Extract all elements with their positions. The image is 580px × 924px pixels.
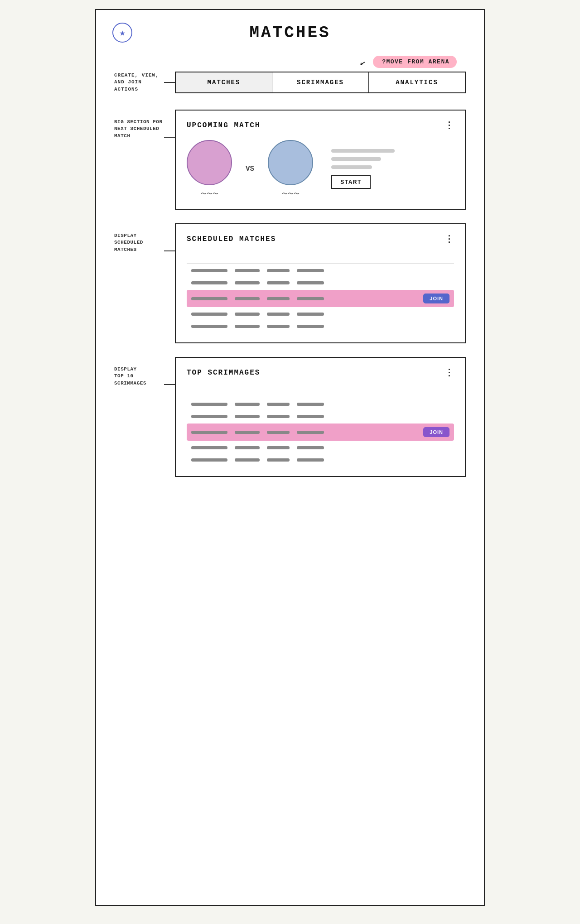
scheduled-rows: JOIN — [187, 265, 454, 332]
team2-section: 〜〜〜 — [268, 140, 313, 198]
table-row-highlighted: JOIN — [187, 290, 454, 307]
cell — [267, 446, 290, 449]
cell — [267, 297, 290, 300]
callout-area: ↙ MOVE FROM ARENA — [114, 56, 457, 68]
team2-name: 〜〜〜 — [282, 190, 300, 198]
upcoming-label: BIG SECTION FORNEXT SCHEDULEDMATCH — [114, 110, 164, 140]
cell — [297, 325, 324, 328]
table-row — [187, 399, 454, 409]
scheduled-card: SCHEDULED MATCHES ⋮ — [175, 223, 466, 343]
cell — [297, 458, 324, 462]
cell — [267, 403, 290, 406]
tab-matches[interactable]: MATCHES — [176, 72, 272, 92]
team1-avatar — [187, 140, 232, 185]
table-row — [187, 278, 454, 288]
cell — [267, 415, 290, 418]
cell — [267, 269, 290, 272]
vs-label: VS — [246, 165, 254, 173]
page-container: ★ MATCHES ↙ MOVE FROM ARENA CREATE, VIEW… — [95, 9, 485, 906]
cell — [267, 325, 290, 328]
cell — [191, 403, 227, 406]
table-row — [187, 455, 454, 465]
connector2 — [164, 223, 175, 251]
table-row — [187, 309, 454, 319]
nav-section: CREATE, VIEW,AND JOIN ACTIONS MATCHES SC… — [114, 72, 466, 93]
cell — [235, 415, 260, 418]
cell — [297, 431, 324, 434]
nav-label: CREATE, VIEW,AND JOIN ACTIONS — [114, 72, 164, 93]
join-button[interactable]: JOIN — [423, 294, 450, 303]
upcoming-match-section: BIG SECTION FORNEXT SCHEDULEDMATCH UPCOM… — [114, 110, 466, 210]
upcoming-more-icon[interactable]: ⋮ — [445, 120, 454, 131]
cell — [297, 297, 324, 300]
cell — [191, 281, 227, 284]
cell — [191, 325, 227, 328]
team1-section: 〜〜〜 — [187, 140, 232, 198]
match-content: 〜〜〜 VS 〜〜〜 START — [187, 140, 454, 198]
cell — [235, 431, 260, 434]
match-info: START — [322, 149, 454, 189]
cell — [297, 415, 324, 418]
team1-name: 〜〜〜 — [201, 190, 218, 198]
table-row — [187, 411, 454, 422]
cell — [235, 458, 260, 462]
nav-tabs: MATCHES SCRIMMAGES ANALYTICS — [175, 72, 466, 93]
cell — [235, 403, 260, 406]
cell — [191, 269, 227, 272]
scheduled-header-row — [187, 254, 454, 264]
start-button[interactable]: START — [331, 175, 371, 189]
scrimmages-card: TOP SCRIMMAGES ⋮ — [175, 357, 466, 477]
scrimmages-header-row — [187, 387, 454, 397]
match-info-line1 — [331, 149, 395, 153]
callout-arrow-icon: ↙ — [359, 56, 367, 68]
cell — [235, 325, 260, 328]
scheduled-header: SCHEDULED MATCHES ⋮ — [187, 233, 454, 245]
cell — [191, 446, 227, 449]
callout-bubble: MOVE FROM ARENA — [373, 56, 457, 68]
scrimmages-header: TOP SCRIMMAGES ⋮ — [187, 367, 454, 378]
join-button-purple[interactable]: JOIN — [423, 427, 450, 437]
table-row — [187, 443, 454, 453]
cell — [235, 313, 260, 316]
table-row-highlighted: JOIN — [187, 424, 454, 441]
upcoming-header: UPCOMING MATCH ⋮ — [187, 120, 454, 131]
scrimmages-rows: JOIN — [187, 399, 454, 465]
tab-scrimmages[interactable]: SCRIMMAGES — [272, 72, 369, 92]
top-scrimmages-section: DISPLAYTOP 10SCRIMMAGES TOP SCRIMMAGES ⋮ — [114, 357, 466, 477]
scheduled-label: DISPLAYSCHEDULEDMATCHES — [114, 223, 164, 253]
cell — [191, 415, 227, 418]
scheduled-title: SCHEDULED MATCHES — [187, 235, 276, 243]
cell — [297, 313, 324, 316]
tab-analytics[interactable]: ANALYTICS — [369, 72, 465, 92]
scrimmages-more-icon[interactable]: ⋮ — [445, 367, 454, 378]
cell — [235, 269, 260, 272]
cell — [235, 297, 260, 300]
page-title: MATCHES — [114, 24, 466, 42]
table-row — [187, 321, 454, 332]
cell — [235, 446, 260, 449]
team2-avatar — [268, 140, 313, 185]
cell — [191, 313, 227, 316]
cell — [267, 281, 290, 284]
cell — [267, 313, 290, 316]
cell — [297, 269, 324, 272]
upcoming-card: UPCOMING MATCH ⋮ 〜〜〜 VS 〜〜〜 START — [175, 110, 466, 210]
cell — [235, 281, 260, 284]
connector3 — [164, 357, 175, 385]
scrimmages-title: TOP SCRIMMAGES — [187, 369, 260, 377]
scrimmages-label: DISPLAYTOP 10SCRIMMAGES — [114, 357, 164, 387]
cell — [191, 431, 227, 434]
cell — [297, 403, 324, 406]
cell — [267, 458, 290, 462]
scheduled-matches-section: DISPLAYSCHEDULEDMATCHES SCHEDULED MATCHE… — [114, 223, 466, 343]
cell — [297, 281, 324, 284]
logo-icon[interactable]: ★ — [112, 23, 132, 43]
table-row — [187, 265, 454, 276]
cell — [191, 458, 227, 462]
connector — [164, 110, 175, 138]
scheduled-more-icon[interactable]: ⋮ — [445, 233, 454, 245]
match-info-line3 — [331, 165, 372, 169]
match-info-line2 — [331, 157, 381, 161]
cell — [267, 431, 290, 434]
page-header: MATCHES — [114, 24, 466, 42]
